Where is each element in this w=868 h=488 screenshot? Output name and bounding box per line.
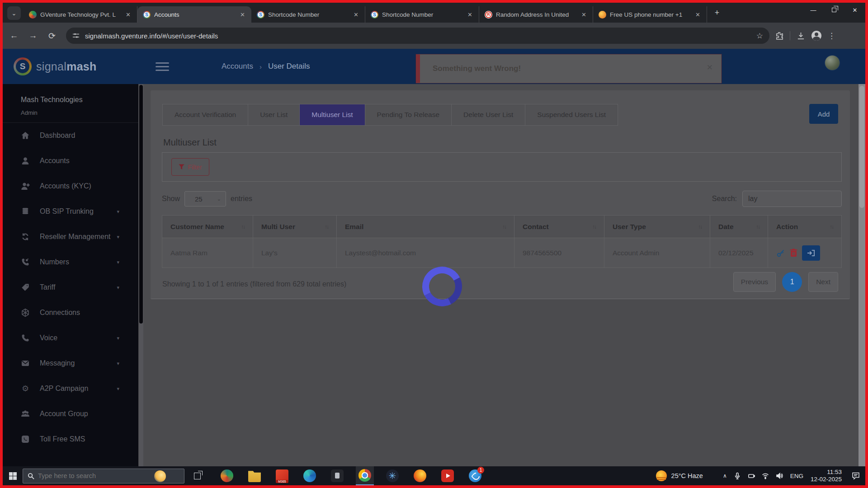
browser-tab-gventure[interactable]: GVenture Technology Pvt. L ✕ xyxy=(24,6,137,23)
new-tab-button[interactable]: + xyxy=(711,6,723,19)
sidebar-item-numbers[interactable]: Numbers ▾ xyxy=(3,249,138,275)
browser-tab-accounts[interactable]: Accounts ✕ xyxy=(137,6,251,23)
browser-tab-shortcode-1[interactable]: Shortcode Number ✕ xyxy=(251,6,365,23)
weather-widget[interactable]: 25°C Haze xyxy=(656,470,703,481)
sidebar-item-connections[interactable]: Connections xyxy=(3,300,138,325)
user-avatar[interactable] xyxy=(825,55,840,70)
taskbar-search[interactable] xyxy=(23,469,184,483)
window-minimize-button[interactable]: — xyxy=(803,3,824,17)
toast-close-icon[interactable]: ✕ xyxy=(707,63,713,72)
login-as-user-button[interactable] xyxy=(802,245,820,261)
tab-search-button[interactable]: ⌄ xyxy=(7,6,21,20)
extensions-icon[interactable] xyxy=(775,32,783,40)
messenger-app-icon[interactable]: 1 xyxy=(469,469,481,482)
edge-browser-icon[interactable] xyxy=(303,469,316,482)
speaker-icon[interactable] xyxy=(776,472,783,479)
dark-app-icon[interactable] xyxy=(331,469,344,482)
bookmark-star-icon[interactable]: ☆ xyxy=(756,31,763,41)
sidebar-item-dashboard[interactable]: Dashboard xyxy=(3,123,138,148)
gventure-app-icon[interactable] xyxy=(221,469,233,482)
task-view-button[interactable] xyxy=(188,466,206,485)
search-input[interactable] xyxy=(742,191,842,207)
sidebar-item-toll-free-sms[interactable]: Toll Free SMS xyxy=(3,427,138,452)
key-icon[interactable] xyxy=(776,249,785,258)
previous-page-button[interactable]: Previous xyxy=(733,272,776,292)
sidebar-item-accounts-kyc[interactable]: Accounts (KYC) xyxy=(3,174,138,199)
trash-icon[interactable] xyxy=(790,249,797,257)
sidebar-scrollbar-thumb[interactable] xyxy=(139,85,143,324)
tab-pending-to-release[interactable]: Pending To Release xyxy=(365,104,452,125)
reload-button[interactable]: ⟳ xyxy=(44,28,60,43)
tab-close-icon[interactable]: ✕ xyxy=(352,10,360,19)
show-entries-select[interactable]: 25 ⌄ xyxy=(184,191,226,206)
next-page-button[interactable]: Next xyxy=(808,272,838,292)
taskbar-clock[interactable]: 11:53 12-02-2025 xyxy=(811,469,842,483)
browser-tab-shortcode-2[interactable]: Shortcode Number ✕ xyxy=(365,6,479,23)
column-customer-name[interactable]: Customer Name↑↓ xyxy=(162,216,253,238)
sidebar-item-a2p-campaign[interactable]: ⚙ A2P Campaign ▾ xyxy=(3,376,138,401)
back-button[interactable]: ← xyxy=(6,28,22,43)
forward-button[interactable]: → xyxy=(25,28,41,43)
sidebar-item-account-group[interactable]: Account Group xyxy=(3,401,138,427)
language-indicator[interactable]: ENG xyxy=(790,473,803,479)
profile-icon[interactable] xyxy=(811,31,821,41)
add-button[interactable]: Add xyxy=(809,104,838,124)
sidebar-scrollbar[interactable] xyxy=(139,84,143,466)
tab-delete-user-list[interactable]: Delete User List xyxy=(452,104,525,125)
tab-close-icon[interactable]: ✕ xyxy=(580,10,588,19)
start-button[interactable] xyxy=(3,466,23,485)
page-scrollbar[interactable] xyxy=(859,84,865,466)
breadcrumb-accounts[interactable]: Accounts xyxy=(222,62,253,71)
sidebar-item-reseller-management[interactable]: Reseller Management ▾ xyxy=(3,224,138,249)
column-multi-user[interactable]: Multi User↑↓ xyxy=(253,216,337,238)
wifi-icon[interactable] xyxy=(762,472,769,479)
download-icon[interactable] xyxy=(797,32,805,40)
tab-close-icon[interactable]: ✕ xyxy=(466,10,474,19)
sidebar-item-ob-sip-trunking[interactable]: OB SIP Trunking ▾ xyxy=(3,199,138,224)
hidden-icons-chevron[interactable]: ∧ xyxy=(723,473,727,479)
site-info-icon[interactable] xyxy=(72,32,80,39)
window-restore-button[interactable] xyxy=(824,3,844,17)
tab-multiuser-list[interactable]: Multiuser List xyxy=(300,104,365,125)
browser-tab-random-address[interactable]: Random Address In United ✕ xyxy=(479,6,593,23)
youtube-icon[interactable] xyxy=(441,469,454,482)
column-email[interactable]: Email↑↓ xyxy=(337,216,514,238)
column-action[interactable]: Action↑↓ xyxy=(768,216,841,238)
sidebar-item-messaging[interactable]: Messaging ▾ xyxy=(3,351,138,376)
sync-icon xyxy=(21,232,30,241)
sidebar-item-accounts[interactable]: Accounts xyxy=(3,148,138,174)
address-bar[interactable]: signalmash.gventure.info/#/user/user-det… xyxy=(66,28,769,44)
sidebar-item-voice[interactable]: Voice ▾ xyxy=(3,325,138,351)
window-close-button[interactable]: ✕ xyxy=(844,3,865,17)
tab-suspended-users-list[interactable]: Suspended Users List xyxy=(525,104,618,125)
search-highlight-moon-icon[interactable] xyxy=(154,470,166,482)
firefox-icon[interactable] xyxy=(414,469,426,482)
tab-close-icon[interactable]: ✕ xyxy=(124,10,132,19)
sidebar-item-tariff[interactable]: Tariff ▾ xyxy=(3,275,138,300)
column-contact[interactable]: Contact↑↓ xyxy=(514,216,604,238)
tab-user-list[interactable]: User List xyxy=(248,104,300,125)
chrome-taskbar-button[interactable] xyxy=(356,466,374,485)
tab-close-icon[interactable]: ✕ xyxy=(238,10,247,19)
notification-center-icon[interactable] xyxy=(849,466,863,485)
microphone-icon[interactable] xyxy=(734,472,741,479)
hamburger-menu-icon[interactable] xyxy=(156,62,169,71)
signalmash-favicon xyxy=(257,11,264,19)
main-content: Account Verification User List Multiuser… xyxy=(143,84,858,466)
column-user-type[interactable]: User Type↑↓ xyxy=(604,216,710,238)
logo[interactable]: signalmash xyxy=(3,57,138,75)
current-page-button[interactable]: 1 xyxy=(782,272,802,292)
filter-button[interactable]: Filter xyxy=(171,158,209,176)
microsoft-365-icon[interactable] xyxy=(276,469,288,482)
tab-account-verification[interactable]: Account Verification xyxy=(163,104,248,125)
page-scrollbar-thumb[interactable] xyxy=(859,86,864,208)
battery-icon[interactable] xyxy=(748,472,755,479)
chevron-down-icon: ▾ xyxy=(117,335,119,341)
tab-close-icon[interactable]: ✕ xyxy=(693,10,702,19)
url-text[interactable]: signalmash.gventure.info/#/user/user-det… xyxy=(85,32,756,40)
column-date[interactable]: Date↑↓ xyxy=(710,216,768,238)
file-explorer-icon[interactable] xyxy=(248,469,261,482)
browser-tab-free-phone[interactable]: Free US phone number +1 ✕ xyxy=(593,6,707,23)
browser-menu-icon[interactable]: ⋮ xyxy=(828,31,835,41)
blue-flake-app-icon[interactable] xyxy=(386,469,399,482)
